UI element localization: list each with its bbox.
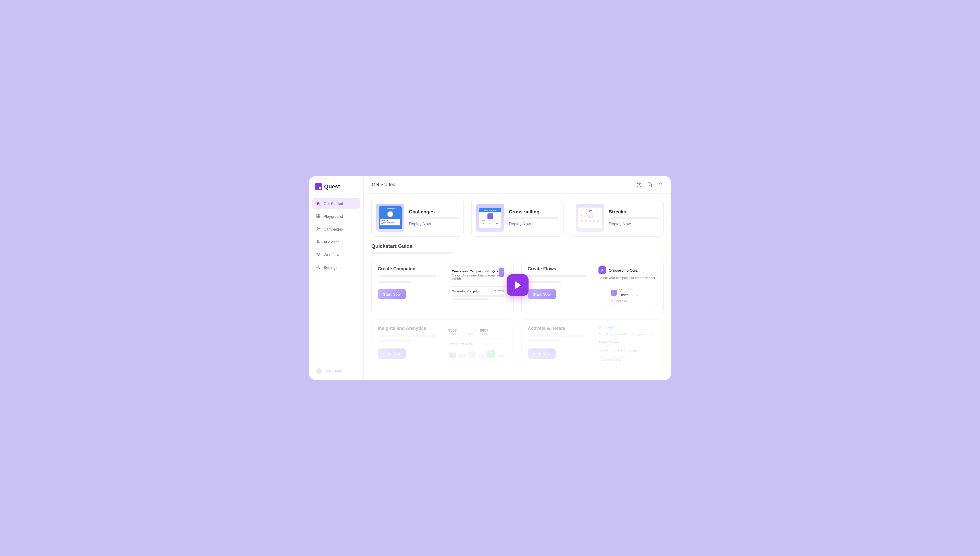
placeholder-bar (409, 217, 459, 219)
header-actions (636, 182, 663, 187)
svg-point-6 (318, 240, 319, 242)
logo-icon (315, 183, 322, 190)
metric-visitors-2: 9807 Visitors (478, 326, 507, 338)
variant-card[interactable]: ((•)) Variant for Developers 2 Propertie… (607, 285, 657, 307)
nav-label: Get Started (324, 201, 343, 206)
start-now-button[interactable]: Start Now (378, 349, 406, 359)
variant-sub: 2 Properties (611, 299, 653, 303)
card-cross-selling[interactable]: Grab your deal 50% on limited products 0… (471, 199, 564, 237)
gear-icon (316, 265, 321, 270)
users-icon (316, 227, 321, 231)
nav-get-started[interactable]: Get Started (312, 198, 360, 209)
placeholder-bar (528, 335, 586, 337)
pill[interactable]: One ▾ (599, 348, 610, 353)
placeholder-bar (609, 217, 659, 219)
streak-number: 12 (580, 210, 600, 213)
guide-create-flows: Create Flows Start Now ⚡ Onboarding Quiz… (521, 260, 664, 313)
help-icon[interactable] (636, 182, 642, 187)
thumb-top: Grab your deal (479, 208, 501, 212)
card-title: Streaks (609, 209, 659, 215)
svg-rect-2 (317, 217, 318, 218)
placeholder-bar (371, 252, 453, 254)
card-streaks[interactable]: 12 Streak days This is the longest strea… (571, 199, 664, 237)
breadcrumb: 📁Catalog› Salesforce› Segment› Ze (599, 332, 657, 336)
deploy-link[interactable]: Deploy Now (609, 222, 659, 226)
variant-label: Variant for Developers (619, 289, 653, 297)
logo[interactable]: Quest (312, 183, 360, 198)
play-button[interactable] (507, 274, 528, 296)
placeholder-bar (509, 217, 559, 219)
onboarding-mini-card: ● Running Onboarding Campaign (449, 286, 507, 303)
svg-rect-1 (318, 215, 320, 216)
guide-title: Insights and Analytics (378, 326, 441, 331)
file-icon[interactable] (647, 182, 652, 187)
home-icon (316, 201, 321, 206)
nav-workflow[interactable]: Workflow (312, 249, 360, 260)
card-title: Challenges (409, 209, 459, 215)
metric-value: 9807 (480, 328, 505, 332)
placeholder-bar (378, 335, 436, 337)
svg-rect-3 (318, 217, 320, 218)
nav-label: Playground (324, 214, 343, 218)
placeholder-bar (528, 340, 561, 342)
guide-row-2: Insights and Analytics Start Now 9807 Vi… (371, 319, 664, 369)
quiz-label: Onboarding Quiz (609, 268, 638, 272)
nav-playground[interactable]: Playground (312, 211, 360, 222)
start-now-button[interactable]: Start Now (378, 289, 406, 299)
svg-point-8 (319, 253, 320, 254)
user-name: Keylii Jobs (325, 369, 342, 373)
metric-delta: ↑ 100% (465, 333, 473, 335)
svg-point-4 (317, 228, 318, 229)
streak-desc: This is the longest streak you've ever h… (580, 215, 600, 218)
nav-label: Settings (324, 265, 337, 270)
thumbnail: 12 Streak days This is the longest strea… (576, 204, 604, 232)
logo-text: Quest (324, 183, 340, 190)
sidebar: Quest Get Started Playground Campaigns A… (309, 176, 364, 380)
deploy-link[interactable]: Deploy Now (509, 222, 559, 226)
thumb-task-sub: Complete 30 days in 7 days (381, 221, 397, 225)
guide-activate: Activate & Iterate Start Now ❄ snowflake… (521, 319, 664, 369)
header: Get Started (364, 176, 671, 194)
play-icon (515, 281, 521, 289)
thumbnail: Challenges Task ListComplete 30 days in … (376, 204, 404, 232)
metric-label: Visitors (480, 332, 505, 335)
metric-visitors-1: 9807 Visitors ↑ 100% (446, 326, 476, 338)
user-icon (316, 239, 321, 244)
guide-title: Create Campaign (378, 266, 444, 272)
bell-icon[interactable] (658, 182, 663, 187)
thumbnail: Grab your deal 50% on limited products 0… (476, 204, 504, 232)
nav-label: Campaigns (324, 227, 343, 231)
nav-label: Audience (324, 240, 340, 244)
user-chip[interactable]: Keylii Jobs (316, 369, 342, 374)
revenue-box: Revenue by device (446, 339, 507, 360)
tooltip-title: Create your Campaign with Quest (452, 270, 504, 273)
revenue-label: Revenue by device (449, 342, 505, 345)
start-now-button[interactable]: Start Now (528, 349, 556, 359)
thumb-label: Challenges (380, 208, 400, 210)
nav-settings[interactable]: Settings (312, 262, 360, 273)
pill[interactable]: Product Interaction ▾ (599, 357, 627, 363)
svg-point-7 (317, 253, 318, 254)
placeholder-bar (528, 281, 561, 283)
metric-label: Visitors (449, 332, 457, 335)
deploy-link[interactable]: Deploy Now (409, 222, 459, 226)
grid-icon (316, 214, 321, 218)
nav-campaigns[interactable]: Campaigns (312, 223, 360, 234)
avatar (316, 369, 322, 374)
card-challenges[interactable]: Challenges Task ListComplete 30 days in … (371, 199, 464, 237)
pill[interactable]: User ▾ (612, 348, 625, 353)
metric-value: 9807 (449, 328, 473, 332)
bar-chart (449, 348, 505, 358)
pill[interactable]: to many (626, 348, 640, 353)
page-title: Get Started (372, 182, 395, 187)
app-frame: Quest Get Started Playground Campaigns A… (309, 176, 671, 380)
streak-sub: Streak days (580, 213, 600, 215)
svg-point-10 (318, 267, 319, 268)
section-title: Quickstart Guide (371, 243, 664, 249)
guide-insights: Insights and Analytics Start Now 9807 Vi… (371, 319, 514, 369)
feature-cards-row: Challenges Task ListComplete 30 days in … (371, 199, 664, 237)
nav-audience[interactable]: Audience (312, 236, 360, 247)
start-now-button[interactable]: Start Now (528, 289, 556, 299)
card-title: Cross-selling (509, 209, 559, 215)
guide-create-campaign: Create Campaign Start Now Create your Ca… (371, 260, 514, 313)
